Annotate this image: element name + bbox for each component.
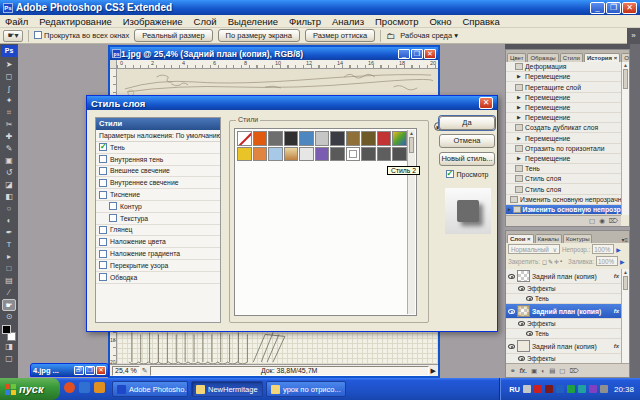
scroll-all-windows-option[interactable]: Прокрутка во всех окнах [34, 31, 129, 40]
cancel-button[interactable]: Отмена [439, 134, 495, 148]
layers-scrollbar[interactable]: ▲ [621, 269, 629, 363]
slice-tool[interactable]: ✂ [2, 119, 16, 131]
link-layers-icon[interactable]: ⚭ [510, 367, 515, 375]
pen-tool[interactable]: ✒ [2, 227, 16, 239]
style-swatch[interactable] [377, 131, 392, 146]
style-swatch[interactable] [253, 131, 268, 146]
crop-tool[interactable]: ⌗ [2, 107, 16, 119]
menu-select[interactable]: Выделение [228, 16, 278, 27]
document-title-bar[interactable]: ps 1.jpg @ 25,4% (Задний план (копия), R… [110, 47, 438, 60]
style-swatch[interactable] [361, 147, 376, 162]
style-swatch[interactable] [346, 131, 361, 146]
quick-select-tool[interactable]: ✦ [2, 95, 16, 107]
style-swatch[interactable] [392, 147, 407, 162]
start-button[interactable]: пуск [0, 378, 60, 400]
maximize-button[interactable]: ❐ [606, 2, 621, 14]
tray-icon-2[interactable] [534, 385, 542, 393]
checkbox[interactable] [99, 238, 107, 246]
shadow-effect-row[interactable]: Тень [506, 329, 621, 339]
healing-brush-tool[interactable]: ✚ [2, 131, 16, 143]
fx-badge[interactable]: fx [614, 343, 619, 349]
new-layer-icon[interactable]: ▢ [559, 367, 565, 375]
zoom-field[interactable]: 25,4 % [112, 366, 140, 376]
style-swatch[interactable] [330, 131, 345, 146]
eye-icon[interactable] [508, 344, 515, 349]
layer-thumbnail[interactable] [517, 305, 530, 317]
dodge-tool[interactable]: ◐ [2, 215, 16, 227]
options-overflow-button[interactable]: » [627, 28, 640, 44]
app-title-bar[interactable]: Ps Adobe Photoshop CS3 Extended _ ❐ ✕ [0, 0, 640, 15]
checkbox[interactable] [99, 191, 107, 199]
effect-inner-shadow[interactable]: Внутренняя тень [96, 154, 220, 166]
status-menu-arrow[interactable]: ▶ [431, 367, 436, 375]
effect-bevel[interactable]: Тиснение [96, 189, 220, 201]
history-item[interactable]: ▶Перемещение [506, 133, 621, 143]
foreground-color[interactable] [2, 325, 11, 334]
tray-icon-3[interactable] [545, 385, 553, 393]
hand-tool-preset[interactable]: ☛▾ [3, 30, 23, 42]
checkbox[interactable] [446, 170, 454, 178]
lock-pixels-icon[interactable]: ✎ [548, 258, 553, 265]
history-item[interactable]: ▶Перемещение [506, 113, 621, 123]
layer-group-icon[interactable]: ▤ [549, 367, 555, 375]
language-indicator[interactable]: RU [509, 385, 520, 394]
quick-mask-icon[interactable]: ◨ [2, 341, 16, 353]
screen-mode-icon[interactable]: ▢ [2, 353, 16, 365]
menu-file[interactable]: Файл [5, 16, 28, 27]
checkbox[interactable] [99, 155, 107, 163]
tray-icon-5[interactable] [567, 385, 575, 393]
mini-restore-button[interactable]: 🗗 [74, 366, 84, 375]
gradient-tool[interactable]: ◧ [2, 191, 16, 203]
history-item[interactable]: ▶Перемещение [506, 103, 621, 113]
effect-drop-shadow[interactable]: Тень [96, 142, 220, 154]
tray-icon-4[interactable] [556, 385, 564, 393]
effect-contour[interactable]: Контур [96, 201, 220, 213]
menu-window[interactable]: Окно [429, 16, 451, 27]
quick-launch-icon-1[interactable] [64, 382, 75, 393]
history-scrollbar[interactable]: ▲ [621, 62, 629, 215]
effects-row[interactable]: Эффекты [506, 284, 621, 294]
effect-outer-glow[interactable]: Внешнее свечение [96, 166, 220, 178]
style-swatch[interactable] [299, 131, 314, 146]
lock-transparency-icon[interactable]: ◻ [542, 258, 547, 265]
style-swatch[interactable] [268, 147, 283, 162]
delete-state-icon[interactable]: ⌦ [609, 217, 618, 225]
tab-styles[interactable]: Стили [560, 53, 583, 62]
preview-option[interactable]: Просмотр [439, 170, 495, 178]
adjustment-layer-icon[interactable]: ◐ [541, 367, 545, 374]
fx-badge[interactable]: fx [614, 273, 619, 279]
effect-pattern-overlay[interactable]: Перекрытие узора [96, 260, 220, 272]
tab-history[interactable]: История × [584, 53, 620, 62]
tab-channels[interactable]: Каналы [535, 234, 562, 243]
blending-options-item[interactable]: Параметры наложения: По умолчанию [96, 130, 220, 142]
workspace-menu[interactable]: Рабочая среда ▾ [400, 31, 458, 40]
lock-all-icon[interactable]: ▪ [560, 258, 562, 265]
lock-position-icon[interactable]: ✛ [554, 258, 559, 265]
history-brush-tool[interactable]: ↺ [2, 167, 16, 179]
effect-texture[interactable]: Текстура [96, 213, 220, 225]
doc-minimize-button[interactable]: _ [398, 49, 410, 59]
doc-close-button[interactable]: ✕ [424, 49, 436, 59]
minimize-button[interactable]: _ [590, 2, 605, 14]
tab-swatches[interactable]: Образцы [527, 53, 558, 62]
layer-row[interactable]: Задний план (копия)fx [506, 339, 621, 354]
marquee-tool[interactable]: ◻ [2, 71, 16, 83]
quick-launch-icon-2[interactable] [79, 382, 90, 393]
eye-icon[interactable] [518, 321, 525, 326]
doc-maximize-button[interactable]: ❐ [411, 49, 423, 59]
effect-stroke[interactable]: Обводка [96, 272, 220, 284]
new-style-button[interactable]: Новый стиль... [439, 152, 495, 166]
brush-tool[interactable]: ✎ [2, 143, 16, 155]
notes-tool[interactable]: ▤ [2, 275, 16, 287]
shape-tool[interactable]: □ [2, 263, 16, 275]
blend-mode-select[interactable]: Нормальный∨ [508, 244, 560, 254]
path-select-tool[interactable]: ▸ [2, 251, 16, 263]
style-swatch[interactable] [346, 147, 361, 162]
eye-icon[interactable] [508, 309, 515, 314]
color-swatches[interactable] [2, 325, 16, 341]
layer-mask-icon[interactable]: ▣ [531, 367, 537, 375]
move-tool[interactable]: ➤ [2, 59, 16, 71]
zoom-tool[interactable]: ⊙ [2, 311, 16, 323]
layer-thumbnail[interactable] [517, 270, 530, 282]
eye-icon[interactable] [518, 356, 525, 361]
